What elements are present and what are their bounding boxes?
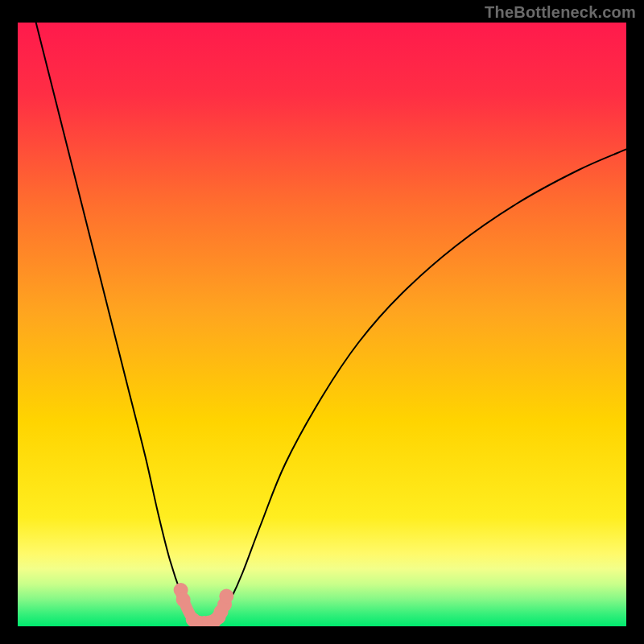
plot-area [18, 23, 626, 626]
chart-frame: TheBottleneck.com [0, 0, 644, 644]
highlight-dot [176, 592, 191, 607]
highlight-dot [219, 589, 233, 604]
watermark-text: TheBottleneck.com [485, 3, 636, 22]
gradient-background [18, 23, 626, 626]
chart-svg [18, 23, 626, 626]
